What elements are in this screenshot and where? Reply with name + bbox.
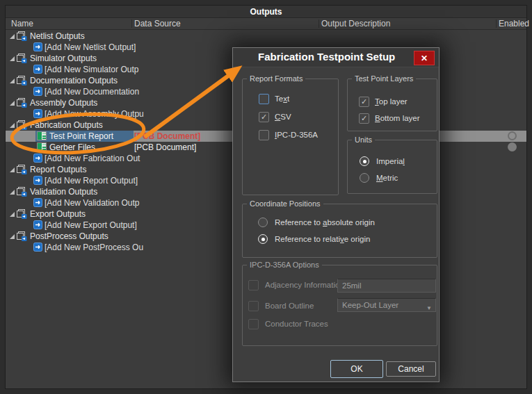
top-layer-label[interactable]: Top layer: [375, 97, 408, 107]
test-point-layers-label: Test Point Layers: [352, 74, 416, 83]
add-new-label: [Add New Netlist Output]: [45, 42, 136, 53]
dialog-title: Fabrication Testpoint Setup: [258, 51, 395, 63]
category-label: Netlist Outputs: [30, 31, 85, 42]
units-group: Units: [347, 140, 437, 194]
units-label: Units: [352, 136, 375, 145]
column-output-description[interactable]: Output Description: [321, 18, 390, 29]
expand-triangle-icon[interactable]: [10, 34, 15, 39]
category-label: Fabrication Outputs: [30, 120, 103, 131]
panel-title: Outputs: [6, 6, 526, 18]
board-outline-checkbox: [248, 301, 259, 311]
expand-triangle-icon[interactable]: [10, 123, 15, 128]
column-name[interactable]: Name: [11, 18, 33, 29]
add-new-label: [Add New Documentation: [45, 86, 139, 97]
metric-radio[interactable]: [360, 173, 369, 183]
adjacency-information-checkbox: [248, 280, 259, 290]
report-formats-label: Report Formats: [247, 74, 305, 83]
expand-triangle-icon[interactable]: [10, 56, 15, 61]
absolute-origin-radio[interactable]: [258, 217, 268, 227]
text-checkbox[interactable]: [259, 94, 269, 104]
tree-row-netlist-outputs[interactable]: Netlist Outputs: [6, 31, 526, 42]
imperial-radio[interactable]: [360, 156, 369, 166]
category-label: Simulator Outputs: [30, 53, 97, 64]
category-label: Export Outputs: [30, 208, 86, 220]
column-header-row: Name Data Source Output Description Enab…: [6, 18, 526, 30]
board-outline-label: Board Outline: [265, 301, 314, 311]
csv-checkbox[interactable]: [259, 112, 269, 122]
category-label: Validation Outputs: [30, 186, 97, 197]
add-new-label: [Add New Simulator Outp: [45, 64, 138, 75]
category-label: Report Outputs: [30, 164, 86, 175]
add-new-label: [Add New Validation Outp: [45, 197, 140, 208]
adjacency-information-label: Adjacency Information: [265, 280, 344, 290]
enabled-indicator[interactable]: [508, 131, 517, 140]
coordinate-positions-label: Coordinate Positions: [247, 199, 323, 208]
add-new-label: [Add New PostProcess Ou: [45, 242, 143, 253]
adjacency-value-field: 25mil: [337, 279, 436, 293]
ipc-d-356a-options-label: IPC-D-356A Options: [247, 261, 322, 270]
enabled-indicator[interactable]: [508, 142, 517, 151]
expand-triangle-icon[interactable]: [10, 79, 15, 83]
column-separator[interactable]: [496, 19, 497, 28]
column-separator[interactable]: [319, 19, 319, 28]
coordinate-positions-group: Coordinate Positions: [242, 204, 437, 258]
relative-origin-radio[interactable]: [258, 234, 268, 244]
absolute-origin-label[interactable]: Reference to absolute origin: [275, 217, 375, 228]
metric-radio-label[interactable]: Metric: [376, 173, 398, 183]
category-label: PostProcess Outputs: [30, 231, 108, 242]
category-label: Assembly Outputs: [30, 97, 97, 108]
expand-triangle-icon[interactable]: [10, 190, 15, 195]
close-icon[interactable]: ✕: [414, 51, 435, 65]
add-new-label: [Add New Report Output]: [45, 175, 138, 186]
expand-triangle-icon[interactable]: [10, 212, 15, 217]
add-new-label: [Add New Assembly Outpu: [45, 108, 144, 120]
chevron-down-icon: ▼: [426, 302, 432, 315]
ipc-d-356a-checkbox-label[interactable]: IPC-D-356A: [275, 130, 318, 140]
board-outline-dropdown-value: Keep-Out Layer: [342, 301, 398, 309]
bottom-layer-checkbox[interactable]: [359, 113, 369, 124]
conductor-traces-checkbox: [248, 319, 259, 329]
expand-triangle-icon[interactable]: [10, 167, 15, 172]
add-new-label: [Add New Export Output]: [45, 220, 137, 231]
top-layer-checkbox[interactable]: [359, 97, 369, 107]
category-label: Documentation Outputs: [30, 75, 118, 86]
cancel-button[interactable]: Cancel: [386, 361, 436, 377]
column-separator[interactable]: [131, 19, 132, 28]
board-outline-dropdown: Keep-Out Layer ▼: [337, 298, 436, 312]
imperial-radio-label[interactable]: Imperial: [376, 156, 405, 167]
expand-triangle-icon[interactable]: [10, 234, 15, 239]
data-source-value: [PCB Document]: [134, 142, 196, 153]
fabrication-testpoint-setup-dialog: Fabrication Testpoint Setup ✕ Report For…: [232, 47, 440, 382]
data-source-value: [PCB Document]: [134, 131, 200, 142]
csv-checkbox-label[interactable]: CSV: [275, 112, 291, 122]
relative-origin-label[interactable]: Reference to relative origin: [275, 234, 370, 245]
ok-button[interactable]: OK: [330, 360, 383, 378]
bottom-layer-label[interactable]: Bottom layer: [375, 113, 420, 124]
add-new-label: [Add New Fabrication Out: [45, 153, 140, 164]
conductor-traces-label: Conductor Traces: [265, 319, 328, 329]
text-checkbox-label[interactable]: Text: [275, 94, 289, 104]
add-new-icon: [33, 243, 42, 254]
output-name-label: Test Point Report: [49, 131, 113, 142]
ipc-d-356a-checkbox[interactable]: [259, 130, 269, 140]
dialog-title-bar[interactable]: Fabrication Testpoint Setup ✕: [233, 48, 439, 67]
column-data-source[interactable]: Data Source: [134, 18, 181, 29]
output-name-label: Gerber Files: [49, 142, 95, 153]
expand-triangle-icon[interactable]: [10, 101, 15, 106]
column-enabled[interactable]: Enabled: [499, 18, 529, 29]
